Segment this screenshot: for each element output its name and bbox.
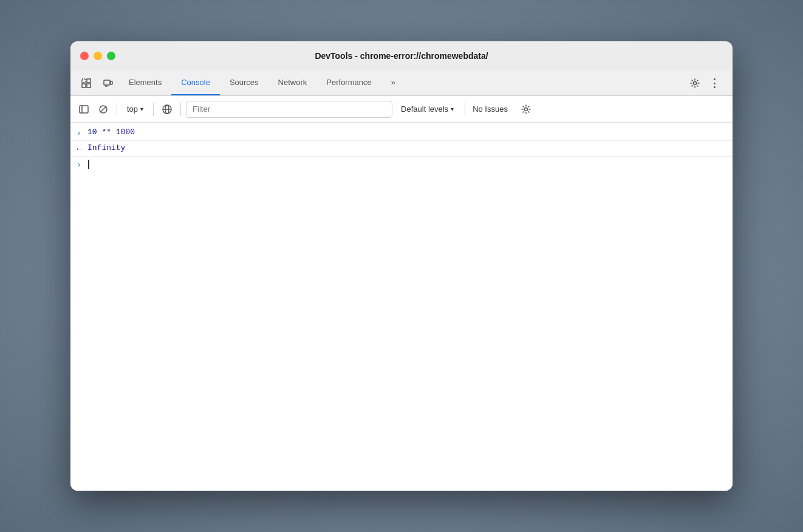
log-levels-dropdown[interactable]: Default levels ▾ <box>395 102 460 116</box>
svg-rect-8 <box>80 106 88 113</box>
svg-rect-4 <box>104 80 110 85</box>
tabs-list: Elements Console Sources Network Perform… <box>119 70 682 95</box>
console-output-line-1: ← Infinity <box>70 141 733 157</box>
svg-rect-1 <box>87 79 91 83</box>
maximize-button[interactable] <box>107 52 115 60</box>
tab-more[interactable]: » <box>381 70 405 95</box>
console-settings-button[interactable] <box>518 101 535 118</box>
return-arrow-1: ← <box>70 143 87 154</box>
context-selector[interactable]: top ▾ <box>122 102 148 116</box>
issues-count: No Issues <box>465 102 515 116</box>
svg-rect-3 <box>87 84 91 87</box>
tab-elements[interactable]: Elements <box>119 70 171 95</box>
console-expression-1: 10 ** 1000 <box>87 128 728 137</box>
traffic-lights <box>80 52 115 60</box>
tabs-bar: Elements Console Sources Network Perform… <box>70 70 733 96</box>
svg-point-15 <box>524 107 527 111</box>
svg-line-11 <box>100 106 106 112</box>
window-title: DevTools - chrome-error://chromewebdata/ <box>315 51 488 61</box>
toolbar-divider-1 <box>117 103 117 116</box>
svg-rect-0 <box>82 79 86 83</box>
cursor <box>88 160 89 169</box>
more-menu-button[interactable]: ⋮ <box>706 75 723 92</box>
minimize-button[interactable] <box>94 52 102 60</box>
tab-performance[interactable]: Performance <box>316 70 381 95</box>
toolbar-divider-2 <box>153 103 154 116</box>
console-result-1: Infinity <box>87 143 728 152</box>
chevron-down-icon: ▾ <box>140 106 143 112</box>
prompt-arrow: › <box>70 159 87 169</box>
svg-rect-2 <box>82 84 86 87</box>
tab-sources[interactable]: Sources <box>220 70 268 95</box>
tab-console[interactable]: Console <box>171 70 220 95</box>
console-input-line-1: › 10 ** 1000 <box>70 125 733 141</box>
filter-input[interactable] <box>186 101 392 118</box>
inspect-element-icon[interactable] <box>75 70 97 95</box>
svg-rect-5 <box>111 81 112 84</box>
input-arrow-1: › <box>70 128 87 138</box>
tabs-right-actions: ⋮ <box>682 70 728 95</box>
title-bar: DevTools - chrome-error://chromewebdata/ <box>70 41 733 70</box>
levels-chevron-icon: ▾ <box>451 106 454 112</box>
live-expressions-button[interactable] <box>159 101 176 118</box>
console-toolbar: top ▾ Default levels ▾ No Issues <box>70 96 733 123</box>
toolbar-divider-3 <box>180 103 181 116</box>
clear-console-button[interactable] <box>95 101 112 118</box>
close-button[interactable] <box>80 52 89 60</box>
devtools-window: DevTools - chrome-error://chromewebdata/… <box>70 41 733 491</box>
console-output[interactable]: › 10 ** 1000 ← Infinity › <box>70 123 733 491</box>
tab-network[interactable]: Network <box>268 70 317 95</box>
svg-point-7 <box>694 81 697 84</box>
device-toolbar-icon[interactable] <box>97 70 119 95</box>
settings-button[interactable] <box>686 75 703 92</box>
console-prompt-line[interactable]: › <box>70 157 733 172</box>
sidebar-toggle-button[interactable] <box>75 101 92 118</box>
